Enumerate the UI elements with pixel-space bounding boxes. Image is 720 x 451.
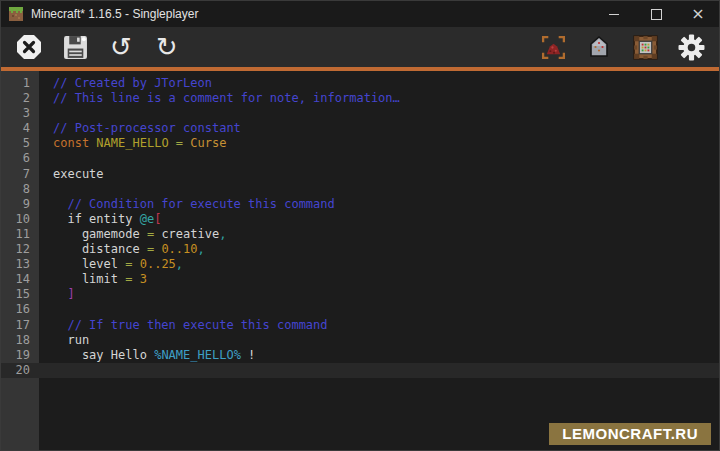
redo-button[interactable]: ↻ — [152, 32, 182, 62]
line-number: 2 — [1, 91, 39, 106]
maximize-button[interactable] — [635, 1, 677, 27]
line-number: 16 — [1, 302, 39, 317]
code-line: // Post-processor constant — [39, 121, 719, 136]
code-line — [39, 106, 719, 121]
save-floppy-icon — [63, 35, 88, 60]
gutter: 1234567891011121314151617181920 — [1, 71, 39, 451]
code-line: // This line is a comment for note, info… — [39, 91, 719, 106]
clear-button[interactable] — [14, 32, 44, 62]
settings-gear-icon — [678, 34, 705, 61]
code-line — [39, 302, 719, 317]
line-number: 3 — [1, 106, 39, 121]
close-icon: × — [691, 6, 704, 22]
save-button[interactable] — [60, 32, 90, 62]
code-line: say Hello %NAME_HELLO% ! — [39, 348, 719, 363]
dispenser-icon — [586, 34, 612, 60]
redstone-button[interactable] — [538, 32, 568, 62]
minimize-icon — [609, 14, 619, 15]
command-block-button[interactable] — [630, 32, 660, 62]
octagon-x-icon — [16, 34, 42, 60]
code-line: distance = 0..10, — [39, 242, 719, 257]
code-line — [39, 151, 719, 166]
undo-button[interactable]: ↺ — [106, 32, 136, 62]
line-number: 7 — [1, 167, 39, 182]
watermark-badge: LEMONCRAFT.RU — [549, 423, 711, 445]
grass-block-icon — [9, 7, 23, 21]
code-line — [39, 182, 719, 197]
toolbar: ↺ ↻ — [1, 27, 719, 67]
line-number: 6 — [1, 151, 39, 166]
toolbar-left-group: ↺ ↻ — [14, 32, 182, 62]
code-line: ] — [39, 287, 719, 302]
code-line: execute — [39, 167, 719, 182]
window-title: Minecraft* 1.16.5 - Singleplayer — [31, 7, 198, 21]
line-number: 11 — [1, 227, 39, 242]
line-number: 9 — [1, 197, 39, 212]
line-number: 8 — [1, 182, 39, 197]
line-number: 4 — [1, 121, 39, 136]
line-number: 17 — [1, 318, 39, 333]
titlebar: Minecraft* 1.16.5 - Singleplayer × — [1, 1, 719, 27]
code-line: level = 0..25, — [39, 257, 719, 272]
code-editor[interactable]: 1234567891011121314151617181920 // Creat… — [1, 71, 719, 451]
line-number: 18 — [1, 333, 39, 348]
code-line — [39, 363, 719, 378]
line-number: 12 — [1, 242, 39, 257]
code-line: // Created by JTorLeon — [39, 76, 719, 91]
maximize-icon — [651, 9, 662, 20]
line-number: 19 — [1, 348, 39, 363]
code-line: if entity @e[ — [39, 212, 719, 227]
command-block-icon — [632, 34, 659, 61]
line-number: 13 — [1, 257, 39, 272]
code-line: const NAME_HELLO = Curse — [39, 136, 719, 151]
code-lines[interactable]: // Created by JTorLeon// This line is a … — [39, 71, 719, 451]
redstone-dust-icon — [540, 34, 567, 61]
line-number: 20 — [1, 363, 39, 378]
line-number: 5 — [1, 136, 39, 151]
toolbar-right-group — [538, 32, 706, 62]
line-number: 15 — [1, 287, 39, 302]
minimize-button[interactable] — [593, 1, 635, 27]
settings-button[interactable] — [676, 32, 706, 62]
code-line: gamemode = creative, — [39, 227, 719, 242]
dispenser-button[interactable] — [584, 32, 614, 62]
code-line: // Condition for execute this command — [39, 197, 719, 212]
app-window: Minecraft* 1.16.5 - Singleplayer × — [0, 0, 720, 451]
redo-icon: ↻ — [156, 34, 178, 60]
line-number: 14 — [1, 272, 39, 287]
code-line: run — [39, 333, 719, 348]
window-controls: × — [593, 1, 719, 27]
close-button[interactable]: × — [677, 1, 719, 27]
line-number: 10 — [1, 212, 39, 227]
line-number: 1 — [1, 76, 39, 91]
undo-icon: ↺ — [110, 34, 132, 60]
code-line: limit = 3 — [39, 272, 719, 287]
code-line: // If true then execute this command — [39, 318, 719, 333]
